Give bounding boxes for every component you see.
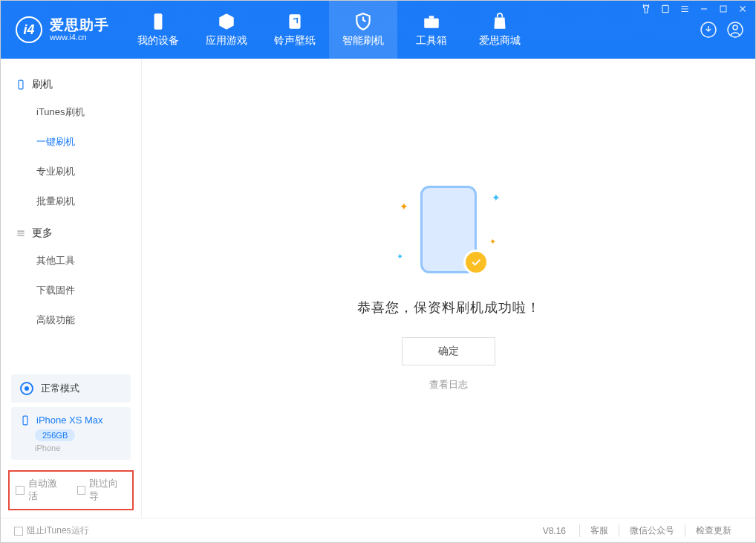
tab-label: 爱思商城 bbox=[479, 34, 521, 48]
checkbox-label: 跳过向导 bbox=[89, 478, 126, 503]
checkbox-icon bbox=[14, 527, 23, 536]
nav-tabs: 我的设备 应用游戏 铃声壁纸 智能刷机 工具箱 爱思商城 bbox=[124, 1, 534, 59]
checkbox-skip-guide[interactable]: 跳过向导 bbox=[77, 478, 127, 503]
sparkle-icon: ✦ bbox=[489, 237, 496, 247]
checkbox-label: 自动激活 bbox=[28, 478, 65, 503]
svg-rect-2 bbox=[154, 13, 163, 30]
sidebar-group-flash: 刷机 bbox=[1, 72, 141, 97]
view-log-link[interactable]: 查看日志 bbox=[429, 379, 468, 391]
check-circle-icon bbox=[463, 250, 489, 275]
sidebar-item-itunes-flash[interactable]: iTunes刷机 bbox=[1, 97, 141, 127]
tab-toolbox[interactable]: 工具箱 bbox=[397, 1, 466, 59]
success-illustration: ✦ ✦ ✦ ✦ bbox=[389, 186, 508, 282]
cube-icon bbox=[217, 12, 236, 31]
footer-link-update[interactable]: 检查更新 bbox=[685, 524, 742, 537]
menu-icon[interactable] bbox=[679, 3, 691, 15]
sidebar-item-advanced[interactable]: 高级功能 bbox=[1, 305, 141, 335]
app-logo: i4 爱思助手 www.i4.cn bbox=[16, 16, 109, 43]
logo-icon: i4 bbox=[16, 16, 42, 43]
checkbox-auto-activate[interactable]: 自动激活 bbox=[16, 478, 65, 503]
sidebar: 刷机 iTunes刷机 一键刷机 专业刷机 批量刷机 更多 其他工具 下载固件 … bbox=[1, 59, 142, 518]
group-title: 更多 bbox=[32, 227, 53, 240]
sidebar-item-pro-flash[interactable]: 专业刷机 bbox=[1, 157, 141, 186]
svg-rect-4 bbox=[424, 19, 439, 28]
user-icon[interactable] bbox=[726, 20, 745, 39]
success-message: 恭喜您，保资料刷机成功啦！ bbox=[357, 299, 541, 316]
phone-icon bbox=[149, 12, 168, 31]
briefcase-icon bbox=[422, 12, 441, 31]
tab-label: 工具箱 bbox=[416, 34, 447, 48]
checkbox-icon bbox=[16, 486, 25, 495]
checkbox-block-itunes[interactable]: 阻止iTunes运行 bbox=[14, 524, 89, 537]
window-controls bbox=[640, 3, 749, 15]
sidebar-item-batch-flash[interactable]: 批量刷机 bbox=[1, 186, 141, 216]
mode-label: 正常模式 bbox=[41, 382, 79, 395]
device-name: iPhone XS Max bbox=[36, 414, 103, 426]
tab-apps[interactable]: 应用游戏 bbox=[192, 1, 261, 59]
version-label: V8.16 bbox=[543, 526, 566, 536]
tab-label: 应用游戏 bbox=[206, 34, 247, 48]
sidebar-item-oneclick-flash[interactable]: 一键刷机 bbox=[1, 127, 141, 157]
svg-point-7 bbox=[733, 25, 737, 30]
sidebar-item-download-firmware[interactable]: 下载固件 bbox=[1, 276, 141, 305]
svg-rect-8 bbox=[19, 80, 23, 89]
bag-icon bbox=[490, 12, 509, 31]
main-content: ✦ ✦ ✦ ✦ 恭喜您，保资料刷机成功啦！ 确定 查看日志 bbox=[142, 59, 755, 518]
tab-label: 铃声壁纸 bbox=[274, 34, 316, 48]
svg-rect-1 bbox=[720, 6, 726, 12]
sidebar-group-more: 更多 bbox=[1, 221, 141, 246]
ok-button[interactable]: 确定 bbox=[402, 337, 495, 365]
sparkle-icon: ✦ bbox=[400, 201, 408, 212]
sidebar-item-other-tools[interactable]: 其他工具 bbox=[1, 246, 141, 276]
lock-icon[interactable] bbox=[659, 3, 671, 15]
app-title: 爱思助手 bbox=[50, 18, 109, 33]
sparkle-icon: ✦ bbox=[492, 192, 501, 204]
tab-label: 我的设备 bbox=[137, 34, 179, 48]
group-title: 刷机 bbox=[32, 78, 53, 91]
shirt-icon[interactable] bbox=[640, 3, 652, 15]
music-icon bbox=[285, 12, 304, 31]
footer-link-wechat[interactable]: 微信公众号 bbox=[619, 524, 685, 537]
svg-rect-9 bbox=[23, 416, 27, 425]
shield-icon bbox=[353, 12, 373, 31]
mode-indicator[interactable]: 正常模式 bbox=[11, 374, 131, 403]
maximize-button[interactable] bbox=[717, 3, 729, 15]
checkbox-label: 阻止iTunes运行 bbox=[27, 524, 89, 537]
device-storage-badge: 256GB bbox=[35, 429, 75, 441]
svg-rect-0 bbox=[662, 5, 668, 12]
device-info[interactable]: iPhone XS Max 256GB iPhone bbox=[11, 407, 131, 460]
close-button[interactable] bbox=[737, 3, 749, 15]
tab-label: 智能刷机 bbox=[342, 34, 384, 48]
sparkle-icon: ✦ bbox=[397, 252, 403, 261]
device-phone-icon bbox=[20, 415, 30, 426]
download-icon[interactable] bbox=[699, 20, 718, 39]
tab-store[interactable]: 爱思商城 bbox=[466, 1, 534, 59]
tab-ringtones[interactable]: 铃声壁纸 bbox=[261, 1, 329, 59]
highlighted-options: 自动激活 跳过向导 bbox=[8, 470, 134, 510]
tab-flash[interactable]: 智能刷机 bbox=[329, 1, 397, 59]
checkbox-icon bbox=[77, 486, 86, 495]
footer: 阻止iTunes运行 V8.16 客服 微信公众号 检查更新 bbox=[1, 518, 755, 543]
device-type: iPhone bbox=[35, 443, 122, 452]
footer-link-support[interactable]: 客服 bbox=[579, 524, 619, 537]
tab-my-device[interactable]: 我的设备 bbox=[124, 1, 192, 59]
svg-rect-3 bbox=[289, 14, 300, 29]
minimize-button[interactable] bbox=[698, 3, 710, 15]
mode-icon bbox=[20, 382, 33, 395]
app-subtitle: www.i4.cn bbox=[50, 33, 109, 42]
